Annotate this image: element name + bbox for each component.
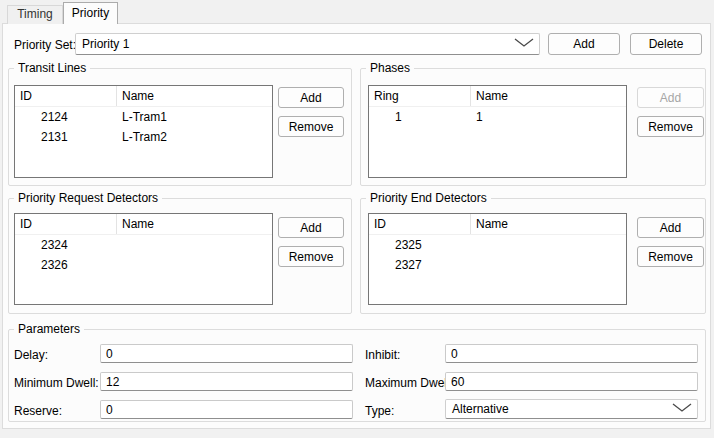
tab-timing[interactable]: Timing [7,5,63,24]
reserve-label: Reserve: [14,404,62,418]
priority-end-detectors-add-button[interactable]: Add [637,217,704,238]
column-header-id[interactable]: ID [15,214,116,234]
inhibit-field[interactable] [445,344,698,363]
table-row[interactable]: 2327 [369,255,626,275]
priority-end-detectors-title: Priority End Detectors [366,191,491,206]
priority-set-select[interactable]: Priority 1 [75,33,540,55]
priority-end-detectors-table[interactable]: ID Name 2325 2327 [368,213,627,305]
cell-name [116,235,272,255]
cell-name [470,255,626,275]
tab-priority[interactable]: Priority [63,2,118,24]
type-select[interactable]: Alternative [445,399,698,419]
type-value: Alternative [452,402,509,416]
cell-name [470,235,626,255]
transit-lines-table[interactable]: ID Name 2124 L-Tram1 2131 L-Tram2 [14,85,273,178]
table-row[interactable]: 2326 [15,255,272,275]
cell-id: 2326 [15,255,116,275]
table-row[interactable]: 2324 [15,235,272,255]
delay-field[interactable] [100,344,353,363]
cell-id: 2131 [15,127,116,147]
column-header-name[interactable]: Name [470,214,626,234]
transit-lines-title: Transit Lines [14,61,90,76]
minimum-dwell-field[interactable] [100,372,353,391]
phases-remove-button[interactable]: Remove [637,116,704,137]
table-header: ID Name [15,214,272,235]
minimum-dwell-label: Minimum Dwell: [14,376,99,390]
priority-set-value: Priority 1 [82,37,129,51]
maximum-dwell-label: Maximum Dwell: [365,376,453,390]
priority-request-detectors-remove-button[interactable]: Remove [278,246,344,267]
phases-add-button: Add [637,87,704,108]
transit-lines-remove-button[interactable]: Remove [278,116,344,137]
transit-lines-add-button[interactable]: Add [278,87,344,108]
table-header: ID Name [15,86,272,107]
maximum-dwell-field[interactable] [445,372,698,391]
chevron-down-icon [514,37,534,51]
cell-name: 1 [470,107,626,127]
priority-request-detectors-add-button[interactable]: Add [278,217,344,238]
delay-label: Delay: [14,348,48,362]
column-header-id[interactable]: ID [15,86,116,106]
cell-id: 2325 [369,235,470,255]
cell-id: 2324 [15,235,116,255]
cell-id: 2327 [369,255,470,275]
priority-request-detectors-title: Priority Request Detectors [14,191,162,206]
cell-name: L-Tram2 [116,127,272,147]
reserve-field[interactable] [100,400,353,419]
cell-id: 2124 [15,107,116,127]
phases-title: Phases [366,61,414,76]
priority-set-delete-button[interactable]: Delete [630,33,702,55]
column-header-name[interactable]: Name [116,214,272,234]
cell-ring: 1 [369,107,470,127]
cell-name: L-Tram1 [116,107,272,127]
priority-end-detectors-remove-button[interactable]: Remove [637,246,704,267]
inhibit-label: Inhibit: [365,348,400,362]
table-row[interactable]: 2131 L-Tram2 [15,127,272,147]
table-header: Ring Name [369,86,626,107]
table-row[interactable]: 1 1 [369,107,626,127]
table-row[interactable]: 2325 [369,235,626,255]
table-row[interactable]: 2124 L-Tram1 [15,107,272,127]
priority-request-detectors-table[interactable]: ID Name 2324 2326 [14,213,273,305]
column-header-ring[interactable]: Ring [369,86,470,106]
phases-table[interactable]: Ring Name 1 1 [368,85,627,178]
column-header-id[interactable]: ID [369,214,470,234]
chevron-down-icon [672,402,692,416]
priority-settings-dialog: Timing Priority Priority Set: Priority 1… [0,0,714,438]
table-header: ID Name [369,214,626,235]
cell-name [116,255,272,275]
priority-set-label: Priority Set: [14,38,76,52]
priority-set-add-button[interactable]: Add [548,33,620,55]
column-header-name[interactable]: Name [116,86,272,106]
type-label: Type: [365,404,394,418]
column-header-name[interactable]: Name [470,86,626,106]
parameters-title: Parameters [14,322,84,337]
